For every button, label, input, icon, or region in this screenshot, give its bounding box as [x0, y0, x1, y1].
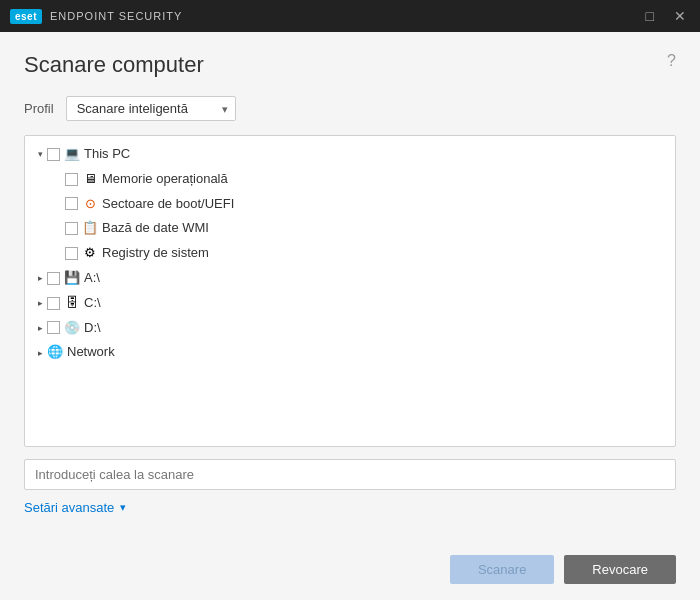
icon-d: 💿 — [64, 320, 80, 336]
checkbox-wmi[interactable] — [65, 222, 78, 235]
label-registry: Registry de sistem — [102, 243, 209, 264]
checkbox-boot[interactable] — [65, 197, 78, 210]
icon-network: 🌐 — [47, 345, 63, 361]
checkbox-c[interactable] — [47, 297, 60, 310]
label-c: C:\ — [84, 293, 101, 314]
label-d: D:\ — [84, 318, 101, 339]
label-network: Network — [67, 342, 115, 363]
advanced-chevron-icon: ▾ — [120, 501, 126, 514]
checkbox-this-pc[interactable] — [47, 148, 60, 161]
tree-item-d[interactable]: 💿 D:\ — [29, 316, 671, 341]
label-a: A:\ — [84, 268, 100, 289]
main-window: eset ENDPOINT SECURITY □ ✕ Scanare compu… — [0, 0, 700, 600]
label-wmi: Bază de date WMI — [102, 218, 209, 239]
icon-boot: ⊙ — [82, 196, 98, 212]
eset-logo: eset — [10, 9, 42, 24]
icon-memory: 🖥 — [82, 171, 98, 187]
help-button[interactable]: ? — [667, 52, 676, 70]
title-bar: eset ENDPOINT SECURITY □ ✕ — [0, 0, 700, 32]
advanced-label: Setări avansate — [24, 500, 114, 515]
tree-item-wmi[interactable]: 📋 Bază de date WMI — [29, 216, 671, 241]
page-header: Scanare computer ? — [24, 52, 676, 78]
profile-label: Profil — [24, 101, 54, 116]
profile-select-wrapper: Scanare inteligentă Scanare profundă Sca… — [66, 96, 236, 121]
expander-c[interactable] — [33, 296, 47, 310]
tree-item-boot[interactable]: ⊙ Sectoare de boot/UEFI — [29, 192, 671, 217]
advanced-settings-row[interactable]: Setări avansate ▾ — [24, 500, 676, 515]
tree-item-c[interactable]: 🗄 C:\ — [29, 291, 671, 316]
close-button[interactable]: ✕ — [670, 7, 690, 25]
icon-a: 💾 — [64, 270, 80, 286]
checkbox-d[interactable] — [47, 321, 60, 334]
minimize-button[interactable]: □ — [642, 7, 658, 25]
label-boot: Sectoare de boot/UEFI — [102, 194, 234, 215]
icon-registry: ⚙ — [82, 246, 98, 262]
icon-this-pc: 💻 — [64, 146, 80, 162]
icon-c: 🗄 — [64, 295, 80, 311]
checkbox-a[interactable] — [47, 272, 60, 285]
app-name: ENDPOINT SECURITY — [50, 10, 182, 22]
page-title: Scanare computer — [24, 52, 204, 78]
checkbox-memory[interactable] — [65, 173, 78, 186]
tree-panel: 💻 This PC 🖥 Memorie operațională ⊙ Secto… — [24, 135, 676, 447]
tree-item-a[interactable]: 💾 A:\ — [29, 266, 671, 291]
tree-item-this-pc[interactable]: 💻 This PC — [29, 142, 671, 167]
profile-row: Profil Scanare inteligentă Scanare profu… — [24, 96, 676, 121]
profile-select[interactable]: Scanare inteligentă Scanare profundă Sca… — [66, 96, 236, 121]
expander-this-pc[interactable] — [33, 147, 47, 161]
path-input[interactable] — [24, 459, 676, 490]
expander-a[interactable] — [33, 271, 47, 285]
icon-wmi: 📋 — [82, 221, 98, 237]
logo-area: eset ENDPOINT SECURITY — [10, 9, 182, 24]
expander-network[interactable] — [33, 346, 47, 360]
content-area: Scanare computer ? Profil Scanare inteli… — [0, 32, 700, 545]
cancel-button[interactable]: Revocare — [564, 555, 676, 584]
tree-item-registry[interactable]: ⚙ Registry de sistem — [29, 241, 671, 266]
window-controls: □ ✕ — [642, 7, 690, 25]
path-input-row — [24, 459, 676, 490]
footer: Scanare Revocare — [0, 545, 700, 600]
label-memory: Memorie operațională — [102, 169, 228, 190]
tree-item-memory[interactable]: 🖥 Memorie operațională — [29, 167, 671, 192]
checkbox-registry[interactable] — [65, 247, 78, 260]
expander-d[interactable] — [33, 321, 47, 335]
scan-button[interactable]: Scanare — [450, 555, 554, 584]
tree-item-network[interactable]: 🌐 Network — [29, 340, 671, 365]
label-this-pc: This PC — [84, 144, 130, 165]
